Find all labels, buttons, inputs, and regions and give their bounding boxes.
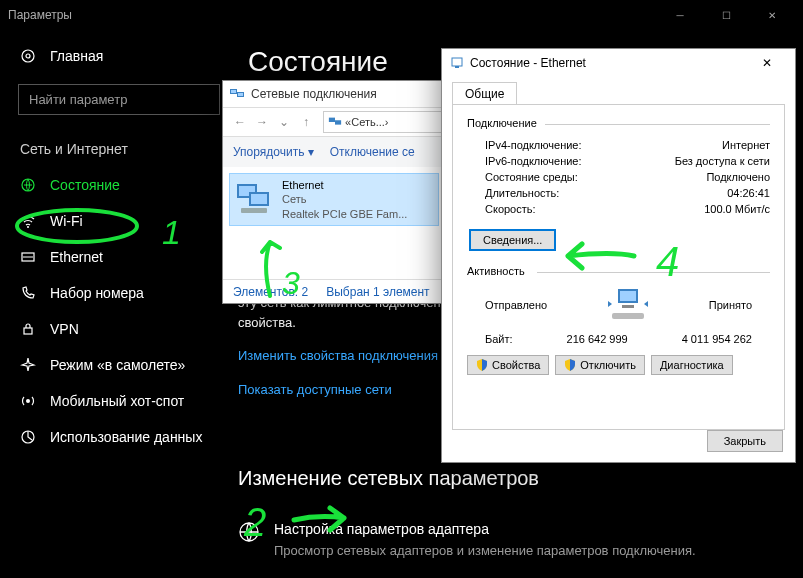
vpn-icon xyxy=(20,321,36,337)
back-button[interactable]: ← xyxy=(229,111,251,133)
disable-button[interactable]: Отключить xyxy=(555,355,645,375)
nav-status[interactable]: Состояние xyxy=(0,167,238,203)
window-title: Параметры xyxy=(8,8,657,22)
eth-titlebar: Состояние - Ethernet ✕ xyxy=(442,49,795,77)
diagnose-button[interactable]: Диагностика xyxy=(651,355,733,375)
svg-rect-24 xyxy=(622,305,634,308)
gear-icon xyxy=(20,48,36,64)
status-selected: Выбран 1 элемент xyxy=(326,285,429,299)
properties-button[interactable]: Свойства xyxy=(467,355,549,375)
eth-title: Состояние - Ethernet xyxy=(470,56,747,70)
nav-wifi[interactable]: Wi-Fi xyxy=(0,203,238,239)
close-dialog-button[interactable]: Закрыть xyxy=(707,430,783,452)
svg-rect-5 xyxy=(24,328,32,334)
bytes-label: Байт: xyxy=(485,333,513,345)
details-button[interactable]: Сведения... xyxy=(469,229,556,251)
airplane-icon xyxy=(20,357,36,373)
svg-point-3 xyxy=(27,226,29,228)
search-placeholder: Найти параметр xyxy=(29,92,127,107)
netconn-title-icon xyxy=(229,86,245,102)
settings-sidebar: Главная Найти параметр Сеть и Интернет С… xyxy=(0,38,238,455)
adapter-settings-row[interactable]: Настройка параметров адаптера Просмотр с… xyxy=(238,519,696,560)
settings-titlebar: Параметры ─ ☐ ✕ xyxy=(0,0,803,30)
forward-button[interactable]: → xyxy=(251,111,273,133)
svg-rect-21 xyxy=(455,66,459,68)
nav-airplane-label: Режим «в самолете» xyxy=(50,357,185,373)
nav-dialup-label: Набор номера xyxy=(50,285,144,301)
section-label: Сеть и Интернет xyxy=(0,133,238,167)
wifi-icon xyxy=(20,213,36,229)
svg-rect-14 xyxy=(335,120,341,124)
minimize-button[interactable]: ─ xyxy=(657,0,703,30)
adapter-settings-desc: Просмотр сетевых адаптеров и изменение п… xyxy=(274,542,696,560)
svg-rect-18 xyxy=(251,194,267,204)
adapter-settings-title: Настройка параметров адаптера xyxy=(274,519,696,540)
media-label: Состояние среды: xyxy=(485,171,578,183)
netconn-title: Сетевые подключения xyxy=(251,87,377,101)
ipv4-value: Интернет xyxy=(722,139,770,151)
adapter-name: Ethernet xyxy=(282,178,407,192)
nav-hotspot-label: Мобильный хот-спот xyxy=(50,393,184,409)
nav-status-label: Состояние xyxy=(50,177,120,193)
bytes-received: 4 011 954 262 xyxy=(682,333,752,345)
svg-rect-25 xyxy=(612,313,644,319)
svg-point-0 xyxy=(22,50,34,62)
activity-icon xyxy=(604,287,652,323)
nav-airplane[interactable]: Режим «в самолете» xyxy=(0,347,238,383)
status-count: Элементов: 2 xyxy=(233,285,308,299)
svg-rect-20 xyxy=(452,58,462,66)
section-connection: Подключение xyxy=(467,117,770,129)
disable-menu[interactable]: Отключение се xyxy=(330,145,415,159)
activity-graphic: Отправлено Принято xyxy=(485,287,752,323)
nav-wifi-label: Wi-Fi xyxy=(50,213,83,229)
change-section-title: Изменение сетевых параметров xyxy=(238,463,696,493)
home-label: Главная xyxy=(50,48,103,64)
adapter-type: Сеть xyxy=(282,192,407,206)
media-value: Подключено xyxy=(706,171,770,183)
nav-ethernet-label: Ethernet xyxy=(50,249,103,265)
ethernet-icon xyxy=(20,249,36,265)
eth-tab-panel: Подключение IPv4-подключение:Интернет IP… xyxy=(452,104,785,430)
duration-value: 04:26:41 xyxy=(727,187,770,199)
svg-point-6 xyxy=(26,399,30,403)
eth-tabs: Общие xyxy=(442,77,795,104)
close-button[interactable]: ✕ xyxy=(749,0,795,30)
speed-value: 100.0 Мбит/с xyxy=(704,203,770,215)
svg-rect-11 xyxy=(231,90,236,93)
duration-label: Длительность: xyxy=(485,187,559,199)
phone-icon xyxy=(20,285,36,301)
eth-title-icon xyxy=(450,56,464,70)
nav-hotspot[interactable]: Мобильный хот-спот xyxy=(0,383,238,419)
datausage-icon xyxy=(20,429,36,445)
breadcrumb-seg: Сеть... xyxy=(351,116,385,128)
sort-menu[interactable]: Упорядочить ▾ xyxy=(233,145,314,159)
nav-datausage-label: Использование данных xyxy=(50,429,202,445)
breadcrumb-icon xyxy=(328,115,342,129)
up-button[interactable]: ↑ xyxy=(295,111,317,133)
tab-general[interactable]: Общие xyxy=(452,82,517,105)
ipv6-label: IPv6-подключение: xyxy=(485,155,582,167)
nav-vpn-label: VPN xyxy=(50,321,79,337)
search-input[interactable]: Найти параметр xyxy=(18,84,220,115)
status-icon xyxy=(20,177,36,193)
nav-vpn[interactable]: VPN xyxy=(0,311,238,347)
svg-rect-13 xyxy=(329,118,335,122)
nav-datausage[interactable]: Использование данных xyxy=(0,419,238,455)
received-label: Принято xyxy=(709,299,752,311)
section-activity: Активность xyxy=(467,265,770,277)
speed-label: Скорость: xyxy=(485,203,536,215)
svg-rect-23 xyxy=(620,291,636,301)
svg-rect-19 xyxy=(241,208,267,213)
home-button[interactable]: Главная xyxy=(0,38,238,74)
history-dropdown[interactable]: ⌄ xyxy=(273,111,295,133)
nav-dialup[interactable]: Набор номера xyxy=(0,275,238,311)
adapter-ethernet-tile[interactable]: Ethernet Сеть Realtek PCIe GBE Fam... xyxy=(229,173,439,226)
nav-ethernet[interactable]: Ethernet xyxy=(0,239,238,275)
adapter-device: Realtek PCIe GBE Fam... xyxy=(282,207,407,221)
ethernet-status-dialog: Состояние - Ethernet ✕ Общие Подключение… xyxy=(441,48,796,463)
maximize-button[interactable]: ☐ xyxy=(703,0,749,30)
shield-icon xyxy=(564,359,576,371)
eth-close-button[interactable]: ✕ xyxy=(747,51,787,75)
sent-label: Отправлено xyxy=(485,299,547,311)
shield-icon xyxy=(476,359,488,371)
